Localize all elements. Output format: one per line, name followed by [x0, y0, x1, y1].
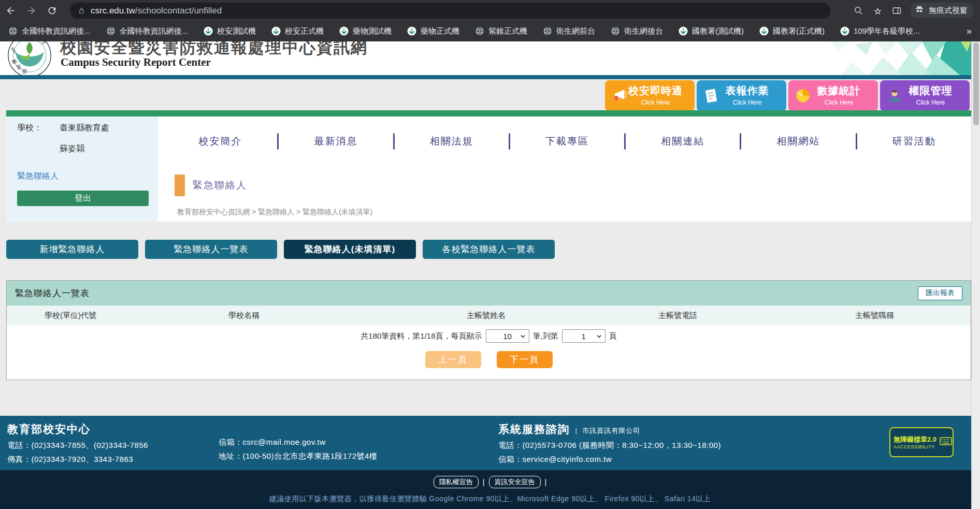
- footer-org-fax: 傳真：(02)3343-7920、3343-7863: [7, 455, 148, 464]
- bookmark-item[interactable]: 校安測試機: [204, 26, 256, 36]
- quick-link-realtime[interactable]: 校安即時通 Click Here: [605, 80, 695, 111]
- globe-icon: [543, 26, 552, 36]
- site-header: 教 育 部 MIN NOI 校園安全暨災害防救通報處理中心資訊網 Campus …: [0, 41, 971, 75]
- policy-separator: |: [545, 478, 547, 486]
- side-panel-icon[interactable]: [891, 5, 902, 16]
- nav-item-intro[interactable]: 校安簡介: [163, 135, 277, 148]
- incognito-icon: [914, 4, 925, 17]
- pagination-middle-label: 筆,到第: [533, 331, 558, 341]
- tab-unfilled-list[interactable]: 緊急聯絡人(未填清單): [284, 240, 416, 259]
- export-report-button[interactable]: 匯出報表: [918, 286, 962, 300]
- forward-button[interactable]: [21, 0, 41, 21]
- accessibility-badge[interactable]: 無障礙標章2.0 AACCESSIBILITY: [889, 427, 954, 457]
- quick-link-permissions[interactable]: 權限管理 Click Here: [880, 80, 970, 111]
- prev-page-button[interactable]: 上一頁: [425, 351, 481, 368]
- table-column-headers: 學校(單位)代號 學校名稱 主帳號姓名 主帳號電話 主帳號職稱: [7, 306, 971, 325]
- incognito-indicator[interactable]: 無痕式視窗: [910, 3, 974, 18]
- chevron-down-icon: [520, 333, 526, 339]
- bookmark-star-icon[interactable]: [872, 5, 883, 16]
- bookmark-item[interactable]: 衛生網前台: [543, 26, 595, 36]
- bookmarks-overflow-chevron[interactable]: »: [967, 26, 972, 37]
- bookmark-item[interactable]: 全國特教資訊網後...: [106, 26, 189, 36]
- page-number-select[interactable]: 1: [562, 329, 606, 343]
- page-size-value: 10: [503, 332, 512, 341]
- nav-item-news[interactable]: 最新消息: [279, 135, 393, 148]
- tab-add-contact[interactable]: 新增緊急聯絡人: [6, 240, 138, 259]
- footer-service-divider: |: [575, 427, 577, 434]
- browser-toolbar: csrc.edu.tw/schoolcontact/unfilled 無痕式視窗: [0, 0, 980, 21]
- footer-org-address: 地址：(100-50)台北市忠孝東路1段172號4樓: [219, 452, 377, 461]
- col-account-title: 主帳號職稱: [855, 306, 894, 325]
- search-icon[interactable]: [853, 5, 864, 16]
- page-number-value: 1: [582, 332, 586, 341]
- security-policy-button[interactable]: 資訊安全宣告: [489, 476, 541, 488]
- reload-button[interactable]: [41, 0, 62, 21]
- footer-service-title: 系統服務諮詢: [498, 423, 570, 435]
- site-subtitle: Campus Security Report Center: [61, 56, 211, 69]
- address-bar[interactable]: csrc.edu.tw/schoolcontact/unfilled: [70, 3, 830, 19]
- tab-contact-list[interactable]: 緊急聯絡人一覽表: [145, 240, 277, 259]
- nav-item-websites[interactable]: 相關網站: [741, 135, 855, 148]
- bookmark-item[interactable]: 藥物正式機: [407, 26, 459, 36]
- accessibility-badge-line2: AACCESSIBILITY: [893, 444, 936, 449]
- page-scrollbar[interactable]: [971, 41, 980, 509]
- bookmarks-bar: 全國特教資訊網後... 全國特教資訊網後... 校安測試機 校安正式機 藥物測試…: [0, 21, 980, 41]
- top-nav: 校安簡介 最新消息 相關法規 下載專區 相關連結 相關網站 研習活動: [163, 133, 971, 150]
- breadcrumb: 教育部校安中心資訊網 > 緊急聯絡人 > 緊急聯絡人(未填清單): [177, 208, 372, 217]
- bookmark-label: 藥物測試機: [353, 26, 392, 36]
- sidebar-link-emergency-contact[interactable]: 緊急聯絡人: [17, 171, 59, 182]
- school-label: 學校：: [17, 123, 42, 134]
- nav-item-downloads[interactable]: 下載專區: [510, 135, 624, 148]
- moe-logo-icon: [204, 26, 213, 36]
- bookmark-label: 校安正式機: [285, 26, 324, 36]
- table-header-bar: 緊急聯絡人一覽表 匯出報表: [7, 281, 971, 306]
- pagination-buttons: 上一頁 下一頁: [7, 351, 971, 368]
- moe-logo: 教 育 部 MIN NOI: [7, 41, 52, 75]
- moe-logo-icon: [840, 26, 849, 36]
- bookmark-label: 校安測試機: [217, 26, 256, 36]
- quick-links: 校安即時通 Click Here 表報作業 Click Here 數據統計 Cl…: [605, 80, 970, 111]
- quick-link-statistics[interactable]: 數據統計 Click Here: [788, 80, 878, 111]
- sidebar: 學校： 臺東縣教育處 蘇姿穎 緊急聯絡人 登出: [6, 117, 158, 222]
- scrollbar-thumb[interactable]: [973, 42, 979, 125]
- nav-item-regulations[interactable]: 相關法規: [395, 135, 509, 148]
- nav-item-links[interactable]: 相關連結: [626, 135, 740, 148]
- back-button[interactable]: [0, 0, 21, 21]
- footer-org: 教育部校安中心 電話：(02)3343-7855、(02)3343-7856 傳…: [7, 422, 148, 464]
- lock-icon: [78, 7, 85, 14]
- nav-item-training[interactable]: 研習活動: [857, 135, 971, 148]
- moe-logo-icon: [679, 26, 688, 36]
- bookmark-item[interactable]: 紫錐正式機: [475, 26, 527, 36]
- footer-service-phone: 電話：(02)5573-0706 (服務時間：8:30~12:00，13:30~…: [498, 441, 721, 450]
- bookmark-item[interactable]: 藥物測試機: [339, 26, 392, 36]
- incognito-label: 無痕式視窗: [929, 6, 968, 16]
- moe-logo-icon: [759, 26, 769, 36]
- bookmark-item[interactable]: 國教署(正式機): [759, 26, 825, 36]
- footer-contact: 信箱：csrc@mail.moe.gov.tw 地址：(100-50)台北市忠孝…: [219, 438, 377, 461]
- bookmark-label: 國教署(測試機): [692, 26, 744, 36]
- bookmark-item[interactable]: 109學年各級學校...: [840, 26, 920, 36]
- bookmark-item[interactable]: 校安正式機: [271, 26, 324, 36]
- pagination-row: 共180筆資料，第1/18頁，每頁顯示 10 筆,到第 1 頁: [7, 329, 971, 343]
- chevron-down-icon: [596, 333, 602, 339]
- bookmark-item[interactable]: 全國特教資訊網後...: [8, 26, 91, 36]
- footer-org-phone: 電話：(02)3343-7855、(02)3343-7856: [7, 441, 148, 450]
- bookmark-item[interactable]: 國教署(測試機): [679, 26, 744, 36]
- col-account-name: 主帳號姓名: [467, 306, 506, 325]
- table-title: 緊急聯絡人一覽表: [15, 287, 90, 299]
- bookmark-label: 全國特教資訊網後...: [22, 26, 91, 36]
- col-school-name: 學校名稱: [228, 306, 260, 325]
- moe-logo-icon: [271, 26, 281, 36]
- header-divider-bar: [0, 75, 971, 79]
- bookmark-item[interactable]: 衛生網後台: [611, 26, 663, 36]
- logout-button[interactable]: 登出: [17, 191, 149, 206]
- quick-link-reports[interactable]: 表報作業 Click Here: [697, 80, 786, 111]
- tab-bar: 新增緊急聯絡人 緊急聯絡人一覽表 緊急聯絡人(未填清單) 各校緊急聯絡人一覽表: [6, 240, 555, 259]
- globe-icon: [106, 26, 116, 36]
- accessibility-badge-line1: 無障礙標章2.0: [893, 435, 936, 444]
- tab-all-schools-list[interactable]: 各校緊急聯絡人一覽表: [423, 240, 555, 259]
- privacy-policy-button[interactable]: 隱私權宣告: [434, 476, 479, 488]
- url-text: csrc.edu.tw/schoolcontact/unfilled: [91, 6, 222, 16]
- page-size-select[interactable]: 10: [486, 329, 529, 343]
- next-page-button[interactable]: 下一頁: [497, 351, 553, 368]
